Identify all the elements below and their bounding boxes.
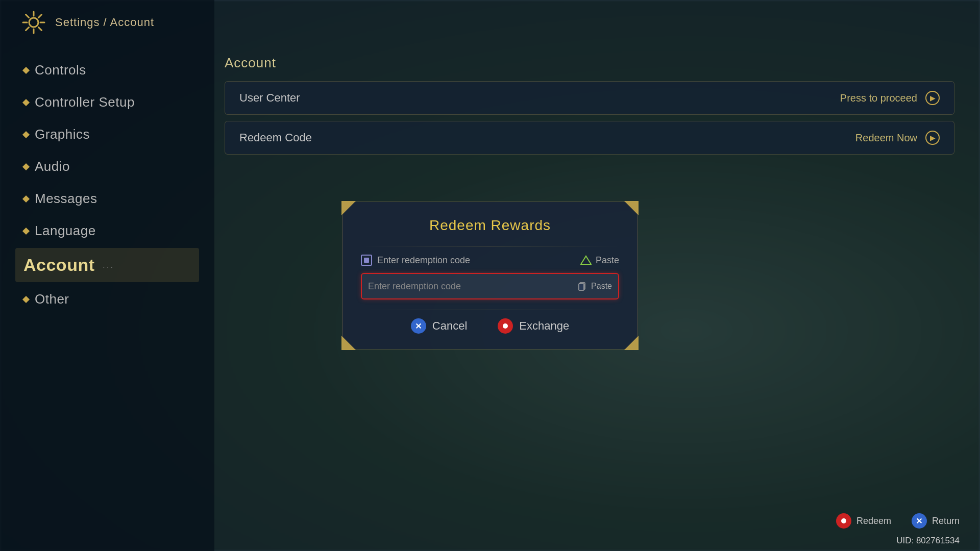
return-bottom-label: Return [932,516,960,527]
sidebar-label-other: Other [35,291,69,307]
divider-bottom [361,310,619,310]
redeem-bottom-btn[interactable]: Redeem [836,513,891,529]
user-center-row[interactable]: User Center Press to proceed ▶ [225,81,954,115]
sidebar-item-other[interactable]: Other [15,284,199,314]
redeem-code-label: Redeem Code [239,131,312,144]
sidebar-item-audio[interactable]: Audio [15,152,199,182]
exchange-label: Exchange [519,319,569,333]
triangle-button-icon [580,255,592,266]
sidebar-item-graphics[interactable]: Graphics [15,119,199,149]
svg-line-7 [39,15,42,18]
dialog-footer: ✕ Cancel Exchange [361,318,619,334]
svg-point-0 [29,18,38,27]
svg-rect-16 [579,284,584,290]
corner-top-left [341,201,356,215]
nav-diamond-controller [22,98,30,106]
nav-diamond-other [22,295,30,303]
paste-label: Paste [596,255,619,266]
exchange-icon [498,318,513,334]
sidebar-item-language[interactable]: Language [15,216,199,246]
svg-marker-11 [341,336,356,350]
svg-line-5 [26,15,29,18]
sidebar: Controls Controller Setup Graphics Audio… [0,45,214,551]
section-title: Account [225,55,954,71]
redeem-code-arrow: ▶ [925,131,940,145]
square-button-icon [361,255,372,266]
user-center-right: Press to proceed ▶ [840,91,940,105]
input-label-text: Enter redemption code [377,255,470,266]
return-bottom-icon: ✕ [912,513,927,529]
cancel-label: Cancel [432,319,467,333]
redeem-bottom-icon [836,513,851,529]
input-label-left: Enter redemption code [361,255,470,266]
nav-diamond-audio [22,163,30,170]
svg-marker-12 [624,336,639,350]
user-center-arrow: ▶ [925,91,940,105]
divider-top [361,246,619,246]
exchange-button[interactable]: Exchange [498,318,569,334]
return-bottom-btn[interactable]: ✕ Return [912,513,960,529]
paste-button[interactable]: Paste [578,282,612,291]
corner-top-right [624,201,639,215]
nav-diamond-language [22,227,30,234]
sidebar-item-messages[interactable]: Messages [15,184,199,214]
account-dots: . . . [103,261,113,269]
input-label-row: Enter redemption code Paste [361,255,619,266]
sidebar-item-controls[interactable]: Controls [15,55,199,85]
redeem-code-action: Redeem Now [855,132,917,144]
nav-diamond-messages [22,195,30,202]
sidebar-item-account[interactable]: Account . . . [15,248,199,282]
sidebar-label-account: Account [23,255,95,275]
code-input[interactable] [368,281,578,292]
nav-diamond-graphics [22,131,30,138]
sidebar-label-controls: Controls [35,62,86,78]
header: Settings / Account [0,0,980,45]
gear-icon [20,9,47,36]
corner-bottom-right [624,336,639,350]
breadcrumb: Settings / Account [55,16,154,29]
sidebar-label-messages: Messages [35,191,97,207]
sidebar-item-controller-setup[interactable]: Controller Setup [15,87,199,117]
nav-diamond-controls [22,66,30,73]
input-label-right: Paste [580,255,619,266]
sidebar-label-graphics: Graphics [35,127,90,142]
svg-rect-13 [364,258,369,263]
sidebar-label-language: Language [35,223,96,239]
paste-icon [578,282,587,291]
redeem-inner [841,518,846,523]
svg-line-6 [39,28,42,31]
svg-marker-14 [581,256,591,264]
svg-marker-10 [624,201,639,215]
user-center-action: Press to proceed [840,92,917,104]
sidebar-label-controller: Controller Setup [35,94,135,110]
paste-btn-label: Paste [591,282,612,291]
corner-bottom-left [341,336,356,350]
redeem-bottom-label: Redeem [856,516,891,527]
svg-line-8 [26,28,29,31]
user-center-label: User Center [239,91,300,105]
redeem-dialog: Redeem Rewards Enter redemption code Pas… [342,202,638,349]
dialog-title: Redeem Rewards [361,217,619,234]
cancel-icon: ✕ [411,318,426,334]
uid-text: UID: 802761534 [896,536,960,546]
redeem-code-row[interactable]: Redeem Code Redeem Now ▶ [225,121,954,155]
bottom-controls: Redeem ✕ Return [836,506,960,536]
svg-marker-9 [341,201,356,215]
sidebar-label-audio: Audio [35,159,70,174]
exchange-icon-inner [503,323,508,329]
redeem-code-right: Redeem Now ▶ [855,131,940,145]
code-input-wrapper[interactable]: Paste [361,273,619,299]
cancel-button[interactable]: ✕ Cancel [411,318,467,334]
